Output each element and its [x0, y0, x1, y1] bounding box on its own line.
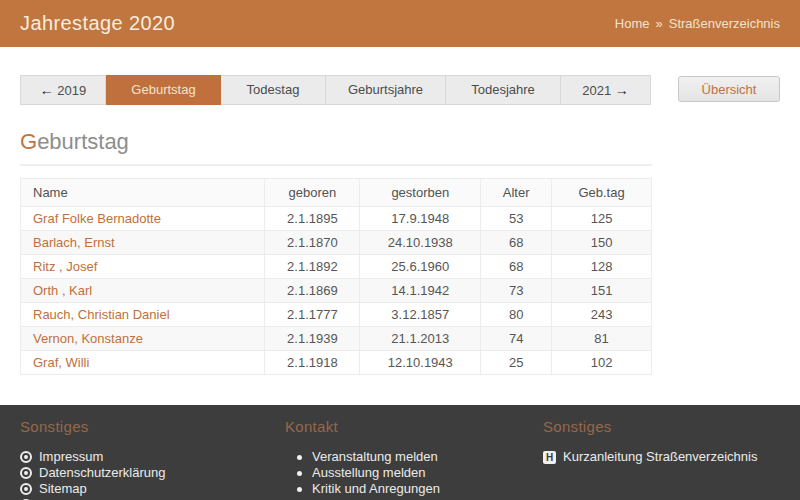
toolbar: ← 2019 Geburtstag Todestag Geburtsjahre …	[20, 75, 780, 105]
name-cell: Orth , Karl	[21, 279, 265, 303]
born-cell: 2.1.1777	[265, 303, 360, 327]
birthday-cell: 151	[552, 279, 652, 303]
tab-next-year-label: 2021	[582, 83, 611, 98]
footer-link-kurzanleitung[interactable]: H Kurzanleitung Straßenverzeichnis	[543, 449, 780, 465]
born-cell: 2.1.1869	[265, 279, 360, 303]
died-cell: 25.6.1960	[360, 255, 481, 279]
footer-column-sonstiges-2: Sonstiges H Kurzanleitung Straßenverzeic…	[543, 418, 780, 500]
footer-link-list: Impressum Datenschutzerklärung Sitemap	[20, 449, 285, 500]
person-link[interactable]: Vernon, Konstanze	[33, 331, 143, 346]
name-cell: Rauch, Christian Daniel	[21, 303, 265, 327]
tab-geburtstag[interactable]: Geburtstag	[106, 75, 221, 105]
birthday-cell: 243	[552, 303, 652, 327]
breadcrumb: Home » Straßenverzeichnis	[615, 16, 780, 31]
site-title[interactable]: Jahrestage 2020	[20, 12, 175, 35]
tab-next-year[interactable]: 2021 →	[561, 76, 650, 104]
birthday-table: Name geboren gestorben Alter Geb.tag Gra…	[20, 178, 652, 375]
age-cell: 68	[481, 231, 552, 255]
table-row: Barlach, Ernst 2.1.1870 24.10.1938 68 15…	[21, 231, 652, 255]
name-cell: Barlach, Ernst	[21, 231, 265, 255]
died-cell: 21.1.2013	[360, 327, 481, 351]
footer-link-datenschutz[interactable]: Datenschutzerklärung	[20, 465, 285, 481]
site-header: Jahrestage 2020 Home » Straßenverzeichni…	[0, 0, 800, 47]
footer-link-ausstellung[interactable]: Ausstellung melden	[285, 465, 543, 481]
year-tabs: ← 2019 Geburtstag Todestag Geburtsjahre …	[20, 75, 651, 105]
circle-arrow-icon	[20, 451, 32, 463]
person-link[interactable]: Graf Folke Bernadotte	[33, 211, 161, 226]
bullet-icon	[297, 471, 302, 476]
site-footer: Sonstiges Impressum Datenschutzerklärung…	[0, 405, 800, 500]
col-header-name: Name	[21, 179, 265, 207]
col-header-geboren: geboren	[265, 179, 360, 207]
overview-button[interactable]: Übersicht	[678, 76, 780, 102]
breadcrumb-home-link[interactable]: Home	[615, 16, 650, 31]
born-cell: 2.1.1870	[265, 231, 360, 255]
died-cell: 3.12.1857	[360, 303, 481, 327]
table-row: Vernon, Konstanze 2.1.1939 21.1.2013 74 …	[21, 327, 652, 351]
footer-link-list: Veranstaltung melden Ausstellung melden …	[285, 449, 543, 497]
footer-link-label: Datenschutzerklärung	[39, 465, 165, 481]
table-row: Rauch, Christian Daniel 2.1.1777 3.12.18…	[21, 303, 652, 327]
footer-heading: Kontakt	[285, 418, 543, 435]
arrow-left-icon: ←	[40, 82, 54, 98]
person-link[interactable]: Graf, Willi	[33, 355, 89, 370]
arrow-right-icon: →	[615, 82, 629, 98]
age-cell: 53	[481, 207, 552, 231]
table-row: Graf, Willi 2.1.1918 12.10.1943 25 102	[21, 351, 652, 375]
name-cell: Graf, Willi	[21, 351, 265, 375]
died-cell: 24.10.1938	[360, 231, 481, 255]
tab-geburtsjahre[interactable]: Geburtsjahre	[326, 76, 446, 104]
birthday-cell: 128	[552, 255, 652, 279]
born-cell: 2.1.1892	[265, 255, 360, 279]
footer-link-label: Kritik und Anregungen	[312, 481, 440, 497]
heading-divider	[20, 164, 652, 166]
birthday-cell: 102	[552, 351, 652, 375]
circle-arrow-icon	[20, 467, 32, 479]
page-title-initial: G	[20, 129, 37, 154]
person-link[interactable]: Rauch, Christian Daniel	[33, 307, 170, 322]
page-title-rest: eburtstag	[37, 129, 129, 154]
footer-column-kontakt: Kontakt Veranstaltung melden Ausstellung…	[285, 418, 543, 500]
died-cell: 12.10.1943	[360, 351, 481, 375]
person-link[interactable]: Barlach, Ernst	[33, 235, 115, 250]
tab-todestag[interactable]: Todestag	[221, 76, 326, 104]
h-badge-icon: H	[543, 451, 556, 464]
name-cell: Graf Folke Bernadotte	[21, 207, 265, 231]
died-cell: 17.9.1948	[360, 207, 481, 231]
footer-link-label: Impressum	[39, 449, 103, 465]
name-cell: Ritz , Josef	[21, 255, 265, 279]
died-cell: 14.1.1942	[360, 279, 481, 303]
breadcrumb-separator: »	[655, 16, 662, 31]
birthday-cell: 81	[552, 327, 652, 351]
birthday-cell: 150	[552, 231, 652, 255]
age-cell: 74	[481, 327, 552, 351]
age-cell: 25	[481, 351, 552, 375]
age-cell: 68	[481, 255, 552, 279]
col-header-alter: Alter	[481, 179, 552, 207]
person-link[interactable]: Ritz , Josef	[33, 259, 97, 274]
page-title: Geburtstag	[20, 129, 780, 155]
breadcrumb-current-link[interactable]: Straßenverzeichnis	[669, 16, 780, 31]
born-cell: 2.1.1918	[265, 351, 360, 375]
col-header-gestorben: gestorben	[360, 179, 481, 207]
footer-link-label: Kurzanleitung Straßenverzeichnis	[563, 449, 757, 465]
footer-link-veranstaltung[interactable]: Veranstaltung melden	[285, 449, 543, 465]
footer-link-kritik[interactable]: Kritik und Anregungen	[285, 481, 543, 497]
age-cell: 80	[481, 303, 552, 327]
footer-link-impressum[interactable]: Impressum	[20, 449, 285, 465]
name-cell: Vernon, Konstanze	[21, 327, 265, 351]
age-cell: 73	[481, 279, 552, 303]
bullet-icon	[297, 487, 302, 492]
tab-prev-year-label: 2019	[57, 83, 86, 98]
table-row: Orth , Karl 2.1.1869 14.1.1942 73 151	[21, 279, 652, 303]
footer-link-label: Ausstellung melden	[312, 465, 425, 481]
footer-link-sitemap[interactable]: Sitemap	[20, 481, 285, 497]
person-link[interactable]: Orth , Karl	[33, 283, 92, 298]
col-header-gebtag: Geb.tag	[552, 179, 652, 207]
circle-arrow-icon	[20, 483, 32, 495]
footer-heading: Sonstiges	[543, 418, 780, 435]
tab-todesjahre[interactable]: Todesjahre	[446, 76, 561, 104]
footer-link-label: Veranstaltung melden	[312, 449, 438, 465]
footer-link-list: H Kurzanleitung Straßenverzeichnis	[543, 449, 780, 465]
tab-prev-year[interactable]: ← 2019	[21, 76, 106, 104]
